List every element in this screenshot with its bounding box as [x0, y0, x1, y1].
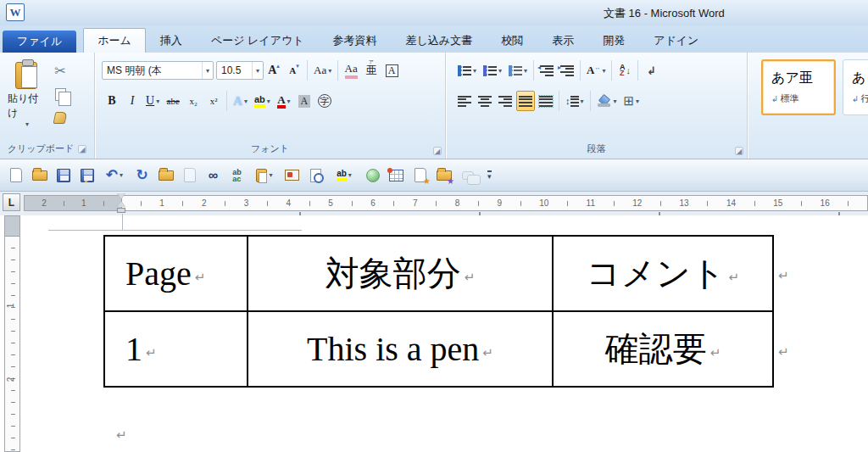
copy-button[interactable] — [49, 83, 71, 105]
paste-quick-button[interactable]: ▾ — [250, 165, 279, 186]
multilevel-list-button[interactable]: ▾ — [506, 60, 530, 81]
document-page[interactable]: 1 2 Page↵ 対象部分↵ コメント↵ 1↵ This is a pen↵ … — [0, 215, 868, 452]
align-center-button[interactable] — [476, 91, 494, 111]
bold-button[interactable]: B — [103, 91, 121, 111]
redo-button[interactable]: ↻ — [131, 165, 153, 186]
save-button[interactable] — [53, 165, 74, 186]
first-line-indent-marker[interactable] — [117, 193, 125, 199]
highlighter-button[interactable]: ab▾ — [329, 165, 359, 186]
distribute-button[interactable] — [537, 91, 555, 111]
underline-dropdown-icon[interactable]: ▾ — [156, 98, 159, 105]
tab-stop-selector[interactable]: L — [3, 193, 20, 211]
tab-file[interactable]: ファイル — [3, 31, 76, 53]
change-case-button[interactable]: Aa▾ — [311, 60, 334, 81]
character-border-button[interactable]: A — [382, 60, 401, 81]
underline-button[interactable]: U▾ — [143, 91, 162, 111]
tab-review[interactable]: 校閲 — [487, 28, 537, 53]
decrease-indent-button[interactable]: ◂ — [537, 60, 556, 81]
new-document-button[interactable] — [5, 165, 26, 186]
table-cell[interactable]: 確認要↵ — [553, 311, 773, 387]
tab-page-layout[interactable]: ページ レイアウト — [197, 28, 319, 53]
phonetic-guide-button[interactable]: 亜 — [362, 60, 381, 81]
style-no-spacing[interactable]: あ ↲行 — [843, 59, 868, 115]
paragraph-dialog-launcher[interactable]: ◢ — [735, 147, 743, 155]
font-color-button[interactable]: A▾ — [275, 91, 293, 111]
sort-button[interactable]: AZ↓ — [615, 60, 634, 81]
strikethrough-button[interactable]: abe — [164, 91, 182, 111]
numbering-dropdown-icon[interactable]: ▾ — [498, 67, 502, 75]
grow-font-button[interactable]: A▴ — [264, 60, 283, 81]
replace-button[interactable]: abac — [226, 165, 248, 186]
font-name-combo[interactable]: MS 明朝 (本 ▾ — [102, 61, 214, 80]
line-spacing-button[interactable]: ↕▾ — [563, 91, 587, 111]
tab-addins[interactable]: アドイン — [639, 28, 713, 53]
table-cell[interactable]: Page↵ — [104, 236, 248, 311]
tab-insert[interactable]: 挿入 — [146, 28, 197, 53]
shading-dropdown-icon[interactable]: ▾ — [614, 98, 617, 105]
text-effects-dropdown-icon[interactable]: ▾ — [244, 98, 248, 105]
left-indent-marker[interactable] — [117, 208, 125, 213]
shading-button[interactable]: ▾ — [594, 91, 620, 111]
open-button[interactable] — [29, 165, 50, 186]
undo-dropdown-icon[interactable]: ▾ — [120, 171, 123, 179]
highlighter-dropdown-icon[interactable]: ▾ — [348, 171, 352, 179]
cut-button[interactable]: ✂ — [49, 59, 71, 81]
asian-layout-dropdown-icon[interactable]: ▾ — [602, 67, 605, 75]
line-spacing-dropdown-icon[interactable]: ▾ — [581, 98, 584, 105]
tab-developer[interactable]: 開発 — [588, 28, 639, 53]
tab-mailings[interactable]: 差し込み文書 — [392, 28, 487, 53]
font-size-dropdown-icon[interactable]: ▾ — [252, 62, 263, 79]
asian-layout-button[interactable]: A↔▾ — [584, 60, 608, 81]
table-cell[interactable]: This is a pen↵ — [248, 311, 553, 387]
tab-references[interactable]: 参考資料 — [319, 28, 392, 53]
align-right-button[interactable] — [496, 91, 515, 111]
table-tool-button[interactable] — [386, 165, 407, 186]
font-color-dropdown-icon[interactable]: ▾ — [287, 98, 291, 105]
envelope-button[interactable] — [281, 165, 303, 186]
find-button[interactable]: ∞ — [203, 165, 224, 186]
save-as-button[interactable] — [76, 165, 97, 186]
superscript-button[interactable]: x² — [204, 91, 223, 111]
word-app-icon[interactable]: W — [6, 3, 25, 21]
borders-button[interactable]: ⊞▾ — [621, 91, 643, 111]
tab-home[interactable]: ホーム — [83, 28, 146, 53]
font-name-dropdown-icon[interactable]: ▾ — [202, 62, 213, 79]
numbering-button[interactable]: ▾ — [481, 60, 504, 81]
paste-dropdown-icon[interactable]: ▾ — [25, 120, 29, 128]
document-star-button[interactable]: ★ — [409, 165, 431, 186]
vertical-ruler[interactable]: 1 2 — [4, 215, 20, 452]
align-left-button[interactable] — [455, 91, 474, 111]
bullets-dropdown-icon[interactable]: ▾ — [473, 67, 476, 75]
font-size-combo[interactable]: 10.5 ▾ — [216, 61, 264, 80]
style-normal[interactable]: あア亜 ↲標準 — [761, 59, 836, 115]
text-highlight-dropdown-icon[interactable]: ▾ — [267, 98, 270, 105]
sphere-button[interactable] — [362, 165, 383, 186]
print-preview-button[interactable] — [305, 165, 326, 186]
undo-button[interactable]: ↶▾ — [100, 165, 129, 186]
multilevel-list-dropdown-icon[interactable]: ▾ — [524, 67, 527, 75]
subscript-button[interactable]: x₂ — [184, 91, 203, 111]
quick-folder-button[interactable] — [155, 165, 176, 186]
justify-button[interactable] — [516, 91, 535, 111]
bullets-button[interactable]: ▾ — [455, 60, 479, 81]
tab-view[interactable]: 表示 — [537, 28, 588, 53]
table-cell[interactable]: 対象部分↵ — [248, 236, 553, 311]
enclose-characters-button[interactable]: 字 — [315, 91, 334, 111]
font-dialog-launcher[interactable]: ◢ — [433, 147, 442, 155]
paste-button[interactable]: 貼り付け ▾ — [7, 59, 46, 132]
text-highlight-button[interactable]: ab▾ — [252, 91, 273, 111]
italic-button[interactable]: I — [123, 91, 142, 111]
text-effects-button[interactable]: A▾ — [231, 91, 250, 111]
table-cell[interactable]: 1↵ — [104, 311, 248, 387]
show-marks-button[interactable]: ↲ — [642, 60, 660, 81]
borders-dropdown-icon[interactable]: ▾ — [636, 98, 639, 105]
horizontal-ruler[interactable]: 21 12345678910111213141516 — [24, 195, 868, 211]
paste-quick-dropdown-icon[interactable]: ▾ — [269, 171, 272, 179]
indent-markers[interactable] — [115, 193, 127, 215]
hanging-indent-marker[interactable] — [117, 201, 125, 207]
folder-star-button[interactable]: ★ — [433, 165, 454, 186]
increase-indent-button[interactable]: ▸ — [558, 60, 576, 81]
clear-formatting-button[interactable]: Aa — [342, 60, 360, 81]
clipboard-dialog-launcher[interactable]: ◢ — [78, 145, 86, 153]
shrink-font-button[interactable]: A▾ — [285, 60, 303, 81]
